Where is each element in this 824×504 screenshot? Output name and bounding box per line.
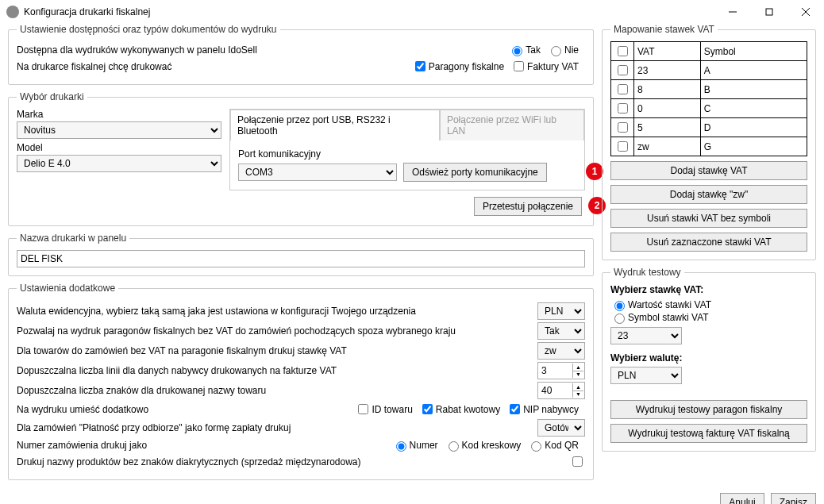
extra-v4[interactable]: 3▲▼ [537,362,585,379]
add-zw-button[interactable]: Dodaj stawkę "zw" [610,185,807,204]
availability-group: Ustawienie dostępności oraz typów dokume… [8,24,594,85]
order-barcode[interactable]: Kod kreskowy [445,439,522,452]
extra-v2[interactable]: Tak [537,322,585,340]
app-icon [6,6,19,18]
vat-legend: Mapowanie stawek VAT [610,24,718,35]
extra-l1: Waluta ewidencyjna, wybierz taką samą ja… [17,306,537,317]
table-row: 5D [611,118,807,137]
extra-l8: Numer zamówienia drukuj jako [17,440,392,451]
testprint-legend: Wydruk testowy [610,267,684,278]
vat-row-cb[interactable] [618,141,628,152]
printer-group: Wybór drukarki Marka Novitus Model Delio… [8,91,594,226]
titlebar: Konfiguracja drukarki fiskalnej [0,0,824,24]
extra-group: Ustawienia dodatkowe Waluta ewidencyjna,… [8,283,594,480]
printer-legend: Wybór drukarki [17,91,87,102]
extra-l3: Dla towarów do zamówień bez VAT na parag… [17,345,537,356]
test-r2[interactable]: Symbol stawki VAT [610,311,801,324]
maximize-button[interactable] [751,0,787,24]
table-row: 23A [611,61,807,80]
del-vat-nosym-button[interactable]: Usuń stawki VAT bez symboli [610,209,807,228]
vat-header-cb[interactable] [618,46,628,56]
testprint-group: Wydruk testowy Wybierz stawkę VAT: Warto… [602,267,816,452]
table-row: 0C [611,99,807,118]
test-connection-button[interactable]: Przetestuj połączenie [474,197,582,216]
table-row: 8B [611,80,807,99]
available-yes[interactable]: Tak [508,44,541,56]
vat-h2: Symbol [700,42,807,61]
model-label: Model [17,142,221,153]
marka-label: Marka [17,109,221,120]
extra-l4: Dopuszczalna liczba linii dla danych nab… [17,365,537,376]
step-1-badge: 1 [586,163,603,180]
test-h1: Wybierz stawkę VAT: [610,284,807,295]
printer-name-legend: Nazwa drukarki w panelu [17,233,129,244]
cb-nip[interactable]: NIP nabywcy [506,402,579,417]
cb-faktury[interactable]: Faktury VAT [510,59,579,74]
extra-l7: Dla zamówień "Płatność przy odbiorze" ja… [17,422,537,433]
table-row: zwG [611,137,807,156]
vat-table: VATSymbol 23A 8B 0C 5D zwG [610,41,807,156]
cb-diacritics[interactable] [572,456,583,467]
order-num[interactable]: Numer [392,439,438,452]
tab-usb[interactable]: Połączenie przez port USB, RS232 i Bluet… [230,110,440,140]
printer-name-group: Nazwa drukarki w panelu [8,233,594,276]
extra-l5: Dopuszczalna liczba znaków dla drukowane… [17,385,537,396]
window-title: Konfiguracja drukarki fiskalnej [24,6,714,17]
model-select[interactable]: Delio E 4.0 [17,155,221,172]
extra-l6: Na wydruku umieść dodatkowo [17,404,355,415]
vat-row-cb[interactable] [618,84,628,94]
vat-row-cb[interactable] [618,65,628,75]
minimize-button[interactable] [714,0,751,24]
add-vat-button[interactable]: Dodaj stawkę VAT [610,161,807,180]
marka-select[interactable]: Novitus [17,121,221,139]
cancel-button[interactable]: Anuluj [720,493,764,504]
test-vat-select[interactable]: 23 [610,327,682,344]
print-test-invoice-button[interactable]: Wydrukuj testową fakturę VAT fiskalną [610,424,807,443]
cb-paragony[interactable]: Paragony fiskalne [412,59,504,74]
test-currency-select[interactable]: PLN [610,367,682,384]
extra-l2: Pozwalaj na wydruk paragonów fiskalnych … [17,325,537,337]
del-vat-selected-button[interactable]: Usuń zaznaczone stawki VAT [610,233,807,252]
extra-v1[interactable]: PLN [537,302,585,320]
availability-legend: Ustawienie dostępności oraz typów dokume… [17,24,280,35]
vat-h1: VAT [634,42,701,61]
vat-row-cb[interactable] [618,122,628,133]
availability-line2: Na drukarce fiskalnej chcę drukować [17,61,412,72]
port-label: Port komunikacyjny [238,148,576,160]
vat-row-cb[interactable] [618,103,628,113]
spinner-icon[interactable]: ▲▼ [572,383,583,398]
extra-v7[interactable]: Gotówka [537,419,585,437]
refresh-ports-button[interactable]: Odśwież porty komunikacyjne [403,163,547,182]
printer-name-input[interactable] [17,250,585,267]
svg-rect-1 [766,9,772,15]
cb-id-towaru[interactable]: ID towaru [355,402,412,417]
tab-wifi[interactable]: Połączenie przez WiFi lub LAN [440,110,584,140]
save-button[interactable]: Zapisz [771,493,816,504]
close-button[interactable] [787,0,824,24]
extra-v5[interactable]: 40▲▼ [537,382,585,399]
available-no[interactable]: Nie [547,44,579,56]
extra-v3[interactable]: zw [537,342,585,360]
vat-group: Mapowanie stawek VAT VATSymbol 23A 8B 0C… [602,24,816,260]
availability-line1: Dostępna dla wydruków wykonywanych w pan… [17,44,508,56]
cb-rabat[interactable]: Rabat kwotowy [419,402,500,417]
test-h2: Wybierz walutę: [610,352,807,364]
spinner-icon[interactable]: ▲▼ [572,364,583,378]
print-test-receipt-button[interactable]: Wydrukuj testowy paragon fiskalny [610,400,807,419]
port-select[interactable]: COM3 [238,164,397,181]
extra-l9: Drukuj nazwy produktów bez znaków diakry… [17,456,569,467]
test-r1[interactable]: Wartość stawki VAT [610,298,801,311]
order-qr[interactable]: Kod QR [527,439,579,452]
extra-legend: Ustawienia dodatkowe [17,283,118,294]
